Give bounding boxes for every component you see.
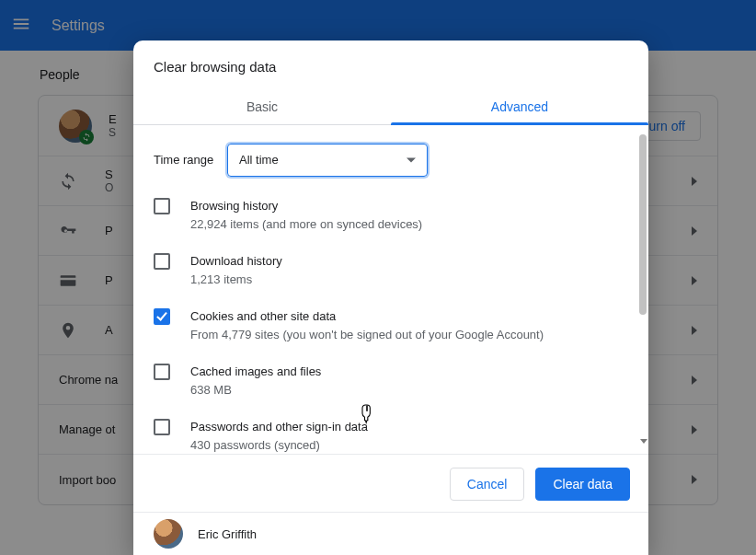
clear-data-button[interactable]: Clear data	[535, 468, 630, 501]
option-sub: 638 MB	[190, 381, 321, 399]
cancel-button[interactable]: Cancel	[450, 468, 525, 501]
scroll-down-icon[interactable]	[640, 439, 647, 444]
option-sub: 1,213 items	[190, 271, 282, 289]
option-sub: 430 passwords (synced)	[190, 436, 368, 455]
time-range-select[interactable]: All time	[227, 144, 428, 177]
checkbox[interactable]	[154, 364, 170, 380]
dialog-title: Clear browsing data	[133, 40, 648, 89]
dialog-tabs: Basic Advanced	[133, 89, 648, 125]
checkbox[interactable]	[154, 198, 170, 214]
option-title: Cached images and files	[190, 363, 321, 381]
dialog-body: Time range All time Browsing history 22,…	[133, 125, 648, 455]
checkbox[interactable]	[154, 419, 170, 435]
dialog-actions: Cancel Clear data	[133, 455, 648, 512]
checkbox[interactable]	[154, 308, 170, 325]
option-title: Cookies and other site data	[190, 307, 544, 326]
scrollbar-thumb[interactable]	[639, 134, 647, 315]
option-download-history[interactable]: Download history 1,213 items	[154, 243, 624, 298]
account-name: Eric Griffith	[198, 527, 257, 541]
option-browsing-history[interactable]: Browsing history 22,924 items (and more …	[154, 188, 624, 243]
option-sub: 22,924 items (and more on synced devices…	[190, 215, 422, 234]
time-range-row: Time range All time	[154, 140, 624, 180]
option-sub: From 4,779 sites (you won't be signed ou…	[190, 326, 544, 344]
tab-basic[interactable]: Basic	[133, 89, 391, 124]
time-range-value: All time	[239, 153, 279, 167]
option-cookies[interactable]: Cookies and other site data From 4,779 s…	[154, 298, 624, 353]
option-title: Passwords and other sign-in data	[190, 418, 368, 436]
dialog-account-footer[interactable]: Eric Griffith	[133, 512, 648, 555]
checkbox[interactable]	[154, 253, 170, 270]
avatar	[154, 519, 183, 549]
scrollbar[interactable]	[639, 131, 647, 444]
option-cache[interactable]: Cached images and files 638 MB	[154, 353, 624, 409]
time-range-label: Time range	[154, 153, 227, 167]
tab-advanced[interactable]: Advanced	[391, 89, 648, 124]
option-passwords[interactable]: Passwords and other sign-in data 430 pas…	[154, 409, 624, 455]
option-title: Download history	[190, 252, 282, 271]
clear-browsing-data-dialog: Clear browsing data Basic Advanced Time …	[133, 40, 648, 555]
chevron-down-icon	[407, 157, 416, 162]
option-title: Browsing history	[190, 197, 422, 215]
